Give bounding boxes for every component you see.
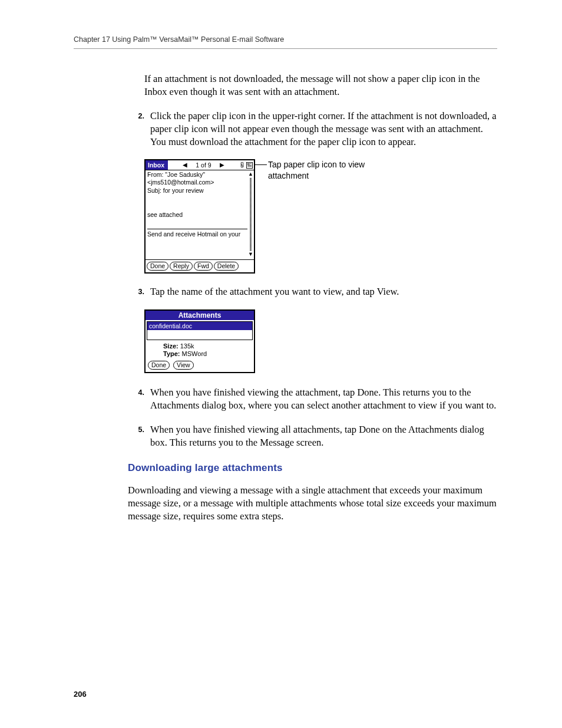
paperclip-icon[interactable] [239, 162, 245, 169]
palm-message-screen: Inbox ◀ 1 of 9 ▶ From: "Joe Sadusky" <jm… [144, 159, 255, 274]
palm-titlebar: Inbox ◀ 1 of 9 ▶ [146, 160, 254, 170]
details-icon[interactable] [246, 162, 253, 169]
fwd-button[interactable]: Fwd [194, 262, 213, 271]
subsection-heading: Downloading large attachments [128, 462, 497, 474]
scroll-up-icon[interactable]: ▲ [248, 172, 253, 177]
svg-rect-1 [247, 163, 249, 164]
scroll-down-icon[interactable]: ▼ [248, 252, 253, 257]
attachments-list[interactable]: confidential.doc [147, 321, 253, 340]
page-number: 206 [74, 690, 87, 699]
done-button[interactable]: Done [147, 262, 168, 271]
attachment-size-row: Size: 135k [163, 342, 252, 351]
attachments-title: Attachments [146, 311, 254, 320]
delete-button[interactable]: Delete [214, 262, 239, 271]
step-text-2: Click the paper clip icon in the upper-r… [150, 110, 497, 149]
attachment-type-row: Type: MSWord [163, 350, 252, 358]
from-email: <jms510@hotmail.com> [147, 179, 252, 186]
message-counter: 1 of 9 [196, 162, 211, 169]
callout-line-2: attachment [268, 171, 309, 180]
attachments-view-button[interactable]: View [173, 361, 194, 370]
step-text-3: Tap the name of the attachment you want … [150, 285, 497, 298]
size-label: Size: [163, 342, 178, 350]
attachment-item-selected[interactable]: confidential.doc [147, 322, 252, 331]
prev-message-icon[interactable]: ◀ [183, 162, 187, 168]
intro-paragraph: If an attachment is not downloaded, the … [144, 73, 497, 99]
callout-leader-line [255, 164, 267, 165]
subsection-paragraph: Downloading and viewing a message with a… [128, 484, 497, 523]
next-message-icon[interactable]: ▶ [220, 162, 224, 168]
attachments-screenshot-figure: Attachments confidential.doc Size: 135k … [144, 309, 497, 374]
callout-text: Tap paper clip icon to view attachment [268, 159, 365, 180]
from-line: From: "Joe Sadusky" [147, 171, 252, 179]
message-divider [147, 229, 247, 229]
subject-line: Subj: for your review [147, 187, 252, 195]
step-text-4: When you have finished viewing the attac… [150, 386, 497, 413]
type-value: MSWord [180, 350, 207, 357]
message-body-1: see attached [147, 211, 252, 218]
scrollbar[interactable]: ▲ ▼ [249, 172, 253, 257]
reply-button[interactable]: Reply [170, 262, 193, 271]
running-header: Chapter 17 Using Palm™ VersaMail™ Person… [74, 35, 497, 44]
size-value: 135k [178, 342, 194, 350]
callout-line-1: Tap paper clip icon to view [268, 160, 365, 169]
step-number-3: 3. [128, 285, 150, 298]
inbox-label[interactable]: Inbox [146, 160, 168, 170]
attachments-done-button[interactable]: Done [148, 361, 170, 370]
scroll-track[interactable] [250, 178, 252, 251]
message-body-2: Send and receive Hotmail on your [147, 230, 252, 238]
step-number-4: 4. [128, 386, 150, 413]
step-number-2: 2. [128, 110, 150, 149]
message-screenshot-figure: Inbox ◀ 1 of 9 ▶ From: "Joe Sadusky" <jm… [144, 159, 497, 274]
palm-attachments-dialog: Attachments confidential.doc Size: 135k … [144, 309, 255, 374]
step-number-5: 5. [128, 423, 150, 450]
step-text-5: When you have finished viewing all attac… [150, 423, 497, 450]
type-label: Type: [163, 350, 180, 357]
header-rule [74, 48, 497, 49]
